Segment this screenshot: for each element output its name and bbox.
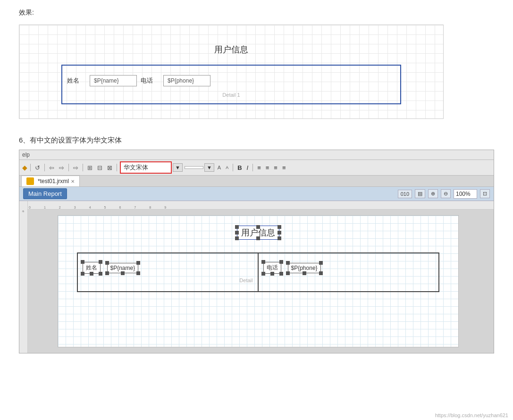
handle-bl <box>235 236 239 240</box>
handle-tm <box>256 225 260 229</box>
tab-filename: *test01.jrxml <box>38 178 69 185</box>
title-area: 用户信息 <box>58 216 458 243</box>
title-selected-element[interactable]: 用户信息 <box>237 227 279 238</box>
handle-name-bl <box>81 272 84 276</box>
align-center-btn[interactable]: ≡ <box>264 164 271 172</box>
undo-icon[interactable]: ↺ <box>34 163 42 172</box>
zoom-in-btn[interactable]: ⊕ <box>428 189 438 198</box>
handle-mr <box>278 231 281 235</box>
toolbar: ◆ ↺ ⇦ ⇨ ⇨ ⊞ ⊟ ⊠ 华文宋体 ▼ ▼ A A B I ≡ ≡ ≡ ≡ <box>19 160 494 176</box>
grid2-icon[interactable]: ⊟ <box>96 163 104 172</box>
handle-pname-tl <box>105 261 109 265</box>
file-icon <box>26 177 34 185</box>
canvas-detail-left: 姓名 $P{name} <box>78 253 259 291</box>
handle-name-br <box>99 272 102 276</box>
sep1 <box>30 164 31 171</box>
handle-pphone-bl <box>286 271 290 275</box>
size-dropdown-wrapper[interactable]: ▼ <box>185 163 214 172</box>
field-phone-selected[interactable]: $P{phone} <box>288 263 321 273</box>
ruler-8: 8 <box>149 206 151 209</box>
handle-phone-bl <box>261 272 265 276</box>
handle-phone-br <box>279 272 283 276</box>
preview-title: 用户信息 <box>29 34 434 65</box>
grid3-icon[interactable]: ⊠ <box>106 163 114 172</box>
sep2 <box>44 164 45 171</box>
handle-pname-bl <box>105 271 109 275</box>
font-name-display[interactable]: 华文宋体 <box>120 161 172 174</box>
sep4 <box>83 164 83 171</box>
report-page: 用户信息 <box>58 215 459 347</box>
ruler-9: 9 <box>164 206 166 209</box>
handle-phone-tl <box>261 260 265 264</box>
handle-pname-bm <box>121 271 125 275</box>
ruler-7: 7 <box>134 206 136 209</box>
canvas-detail-right: 电话 $P{phone} <box>259 253 438 291</box>
sep3 <box>68 164 69 171</box>
preview-area: 用户信息 姓名 $P{name} 电话 $P{phone} Detail 1 <box>19 25 444 119</box>
font-dropdown-arrow-icon[interactable]: ▼ <box>173 163 183 172</box>
handle-bm <box>256 236 260 240</box>
field-name-selected[interactable]: $P{name} <box>107 263 139 273</box>
fit-btn[interactable]: ⊡ <box>480 189 490 198</box>
ruler-vertical: e <box>19 201 28 353</box>
view-mode-btn[interactable]: ▤ <box>415 189 425 198</box>
ruler-v-label: e <box>22 210 25 212</box>
field-phone: $P{phone} <box>163 75 210 86</box>
binary-view-btn[interactable]: 010 <box>398 190 412 198</box>
zoom-level-dropdown[interactable]: 100% <box>454 189 477 199</box>
font-dropdown-wrapper[interactable]: 华文宋体 ▼ <box>120 161 183 174</box>
label-phone-selected[interactable]: 电话 <box>263 262 281 274</box>
tab-close-icon[interactable]: ✕ <box>71 179 75 184</box>
top-section: 效果: 用户信息 姓名 $P{name} 电话 $P{phone} Detail… <box>0 0 513 128</box>
font-decrease-btn[interactable]: A <box>224 165 230 170</box>
handle-phone-bm <box>270 272 274 276</box>
ruler-4: 4 <box>89 206 91 209</box>
diamond-icon: ◆ <box>22 164 27 171</box>
handle-name-tl <box>81 260 84 264</box>
forward2-icon[interactable]: ⇨ <box>72 163 80 172</box>
canvas-detail-section: 姓名 $P{name} <box>77 252 439 292</box>
ruler-3: 3 <box>74 206 76 209</box>
handle-ml <box>235 231 239 235</box>
forward-icon[interactable]: ⇨ <box>58 163 66 172</box>
italic-btn[interactable]: I <box>245 164 250 172</box>
align-justify-btn[interactable]: ≡ <box>281 164 287 172</box>
handle-br <box>278 236 281 240</box>
zoom-out-btn[interactable]: ⊖ <box>441 189 451 198</box>
preview-table: 姓名 $P{name} 电话 $P{phone} Detail 1 <box>61 65 401 104</box>
menu-elp[interactable]: elp <box>22 151 30 158</box>
field-row-phone: 电话 $P{phone} <box>263 262 434 274</box>
align-right-btn[interactable]: ≡ <box>272 164 279 172</box>
size-display <box>185 166 203 169</box>
bold-btn[interactable]: B <box>236 164 243 172</box>
handle-pname-br <box>136 271 140 275</box>
field-name: $P{name} <box>90 75 137 86</box>
sep7 <box>252 164 253 171</box>
section6-heading: 6、有中文的设置字体为华文宋体 <box>0 128 513 150</box>
menu-bar: elp <box>19 150 494 160</box>
file-tab[interactable]: *test01.jrxml ✕ <box>21 176 80 186</box>
tab-bar: *test01.jrxml ✕ <box>19 176 494 187</box>
handle-pphone-bm <box>303 271 306 275</box>
ruler-2: 2 <box>59 206 61 209</box>
back-icon[interactable]: ⇦ <box>48 163 56 172</box>
handle-tl <box>235 225 239 229</box>
handle-name-bm <box>90 272 93 276</box>
detail-label-rest: il <box>251 277 253 283</box>
align-left-btn[interactable]: ≡ <box>256 164 262 172</box>
report-canvas: 用户信息 <box>28 210 494 353</box>
ruler-0: 0 <box>29 206 31 209</box>
ruler-h-inner: 0 1 2 3 4 5 6 7 8 9 <box>28 201 494 209</box>
ruler-h-container: 0 1 2 3 4 5 6 7 8 9 <box>28 201 494 353</box>
size-dropdown-arrow-icon[interactable]: ▼ <box>204 163 214 172</box>
label-name: 姓名 <box>67 76 86 85</box>
main-report-button[interactable]: Main Report <box>23 188 67 199</box>
ide-area: elp ◆ ↺ ⇦ ⇨ ⇨ ⊞ ⊟ ⊠ 华文宋体 ▼ ▼ A A B I ≡ ≡… <box>19 150 494 353</box>
grid1-icon[interactable]: ⊞ <box>86 163 94 172</box>
canvas-area: e 0 1 2 3 4 5 6 7 8 9 <box>19 201 494 353</box>
watermark-url: https://blog.csdn.net/yuzhan621 <box>435 412 508 418</box>
label-name-selected[interactable]: 姓名 <box>83 262 101 274</box>
handle-pphone-tr <box>319 261 323 265</box>
font-increase-btn[interactable]: A <box>216 164 222 171</box>
handle-pphone-br <box>319 271 323 275</box>
